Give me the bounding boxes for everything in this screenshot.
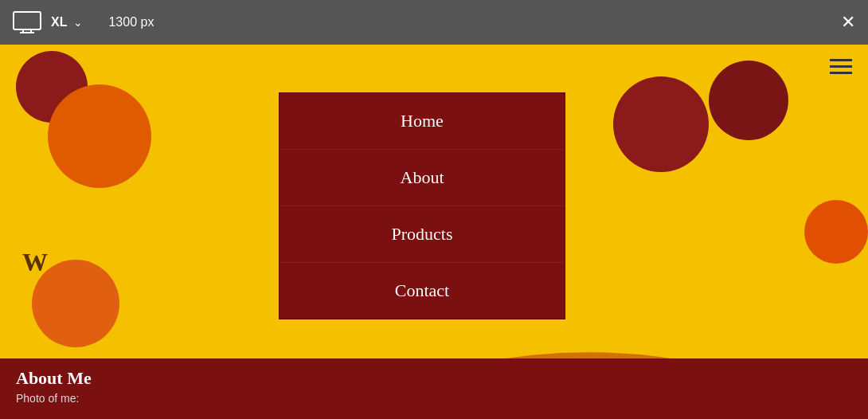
toolbar: XL ⌄ 1300 px ✕ <box>0 0 868 45</box>
close-button[interactable]: ✕ <box>841 12 855 33</box>
menu-item-contact[interactable]: Contact <box>280 263 565 319</box>
circle-dark-red-top-right <box>613 76 709 172</box>
about-me-title: About Me <box>16 368 852 389</box>
page-title-partial: W <box>22 248 48 277</box>
bottom-section: About Me Photo of me: <box>0 358 868 419</box>
menu-item-products[interactable]: Products <box>280 206 565 263</box>
chevron-down-icon[interactable]: ⌄ <box>73 16 83 29</box>
preview-area: W Home About Products Contact About Me P… <box>0 45 868 419</box>
viewport-size: 1300 px <box>108 15 154 29</box>
hamburger-menu-button[interactable] <box>830 59 852 74</box>
svg-rect-0 <box>14 12 41 29</box>
photo-label: Photo of me: <box>16 392 852 405</box>
dropdown-menu: Home About Products Contact <box>279 92 565 319</box>
menu-item-home[interactable]: Home <box>280 93 565 150</box>
monitor-icon <box>13 11 41 33</box>
hamburger-line-1 <box>830 59 852 61</box>
circle-orange-right <box>804 200 868 264</box>
circle-orange-top-left <box>48 84 151 188</box>
hamburger-line-3 <box>830 72 852 74</box>
device-label: XL <box>51 15 67 29</box>
menu-item-about[interactable]: About <box>280 150 565 206</box>
circle-dark-red-far-right-top <box>709 61 788 140</box>
website-background: W Home About Products Contact <box>0 45 868 395</box>
hamburger-line-2 <box>830 65 852 68</box>
toolbar-left: XL ⌄ 1300 px <box>13 11 154 33</box>
